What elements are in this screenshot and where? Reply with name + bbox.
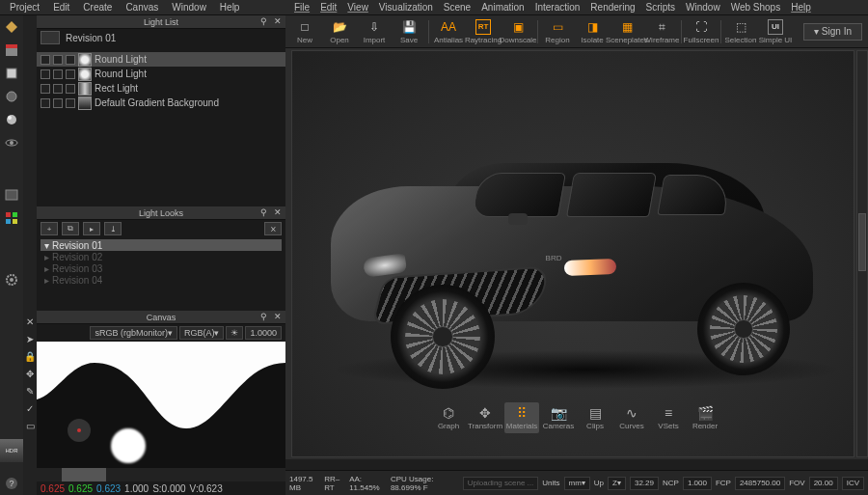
ncp-value[interactable]: 1.000 bbox=[683, 477, 712, 490]
menu-help-left[interactable]: Help bbox=[214, 2, 246, 13]
light-checkbox[interactable] bbox=[41, 98, 50, 108]
tb-raytracing-button[interactable]: RTRaytracing bbox=[466, 16, 501, 47]
light-item-1[interactable]: Round Light bbox=[37, 67, 285, 81]
tool-diamond-icon[interactable] bbox=[0, 15, 23, 39]
tool-hdr-icon[interactable]: HDR bbox=[0, 439, 23, 462]
gutter-check-icon[interactable]: ✓ bbox=[23, 401, 37, 415]
spinner-value[interactable]: 32.29 bbox=[630, 477, 659, 490]
menu-edit-left[interactable]: Edit bbox=[47, 2, 75, 13]
gutter-pen-icon[interactable]: ✎ bbox=[23, 384, 37, 398]
look-item-3[interactable]: ▸Revision 04 bbox=[41, 274, 282, 286]
tool-eye-icon[interactable] bbox=[0, 131, 23, 154]
tb-open-button[interactable]: 📂Open bbox=[322, 16, 357, 47]
tool-sphere-icon[interactable] bbox=[0, 108, 23, 131]
menu-visualization[interactable]: Visualization bbox=[374, 2, 438, 13]
gutter-rect-icon[interactable]: ▭ bbox=[23, 419, 37, 432]
vtb-curves-button[interactable]: ∿Curves bbox=[614, 402, 649, 433]
sun-icon[interactable]: ☀ bbox=[226, 326, 243, 340]
tb-region-button[interactable]: ▭Region bbox=[540, 16, 575, 47]
canvas-preview[interactable] bbox=[37, 342, 285, 468]
vtb-graph-button[interactable]: ⌬Graph bbox=[431, 402, 466, 433]
menu-webshops[interactable]: Web Shops bbox=[726, 2, 786, 13]
light-toggle-b[interactable] bbox=[66, 69, 75, 79]
scroll-thumb[interactable] bbox=[858, 213, 866, 271]
icv-button[interactable]: ICV bbox=[842, 477, 864, 490]
tb-antialias-button[interactable]: AAAntialias bbox=[431, 16, 466, 47]
light-toggle-a[interactable] bbox=[53, 98, 63, 108]
close-icon[interactable]: ✕ bbox=[274, 312, 284, 321]
vtb-clips-button[interactable]: ▤Clips bbox=[578, 402, 612, 433]
vtb-materials-button[interactable]: ⠿Materials bbox=[504, 402, 539, 433]
tb-isolate-button[interactable]: ◨Isolate bbox=[575, 16, 610, 47]
light-item-3[interactable]: Default Gradient Background bbox=[37, 96, 285, 110]
tb-save-button[interactable]: 💾Save bbox=[392, 16, 426, 47]
looks-dup-icon[interactable]: ⧉ bbox=[62, 222, 79, 235]
menu-file[interactable]: File bbox=[289, 2, 314, 13]
vtb-vsets-button[interactable]: ≡VSets bbox=[651, 402, 686, 433]
menu-window-left[interactable]: Window bbox=[166, 2, 212, 13]
tb-selection-button[interactable]: ⬚Selection bbox=[723, 16, 758, 47]
close-icon[interactable]: ✕ bbox=[274, 16, 284, 26]
fcp-value[interactable]: 2485750.00 bbox=[735, 477, 785, 490]
menu-scripts[interactable]: Scripts bbox=[641, 2, 681, 13]
tool-gear-icon[interactable] bbox=[0, 268, 23, 291]
tool-circle-icon[interactable] bbox=[0, 85, 23, 108]
sign-in-button[interactable]: ▾ Sign In bbox=[803, 23, 862, 41]
channels-dropdown[interactable]: RGB(A) ▾ bbox=[179, 326, 225, 340]
tb-downscale-button[interactable]: ▣Downscale bbox=[501, 16, 535, 47]
tool-cube-icon[interactable] bbox=[0, 62, 23, 85]
menu-interaction[interactable]: Interaction bbox=[530, 2, 585, 13]
tool-help-icon[interactable]: ? bbox=[0, 472, 23, 495]
menu-edit[interactable]: Edit bbox=[315, 2, 341, 13]
light-toggle-a[interactable] bbox=[53, 55, 63, 65]
light-checkbox[interactable] bbox=[41, 69, 50, 79]
exposure-value[interactable]: 1.0000 bbox=[245, 326, 282, 340]
gutter-lock-icon[interactable]: 🔒 bbox=[23, 349, 37, 363]
up-dropdown[interactable]: Z ▾ bbox=[608, 477, 626, 490]
look-item-1[interactable]: ▸Revision 02 bbox=[41, 251, 282, 262]
menu-window[interactable]: Window bbox=[681, 2, 725, 13]
light-toggle-b[interactable] bbox=[66, 84, 75, 94]
tb-import-button[interactable]: ⇩Import bbox=[357, 16, 392, 47]
tb-new-button[interactable]: □New bbox=[287, 16, 322, 47]
light-item-2[interactable]: Rect Light bbox=[37, 81, 285, 96]
menu-view[interactable]: View bbox=[342, 2, 373, 13]
colorspace-dropdown[interactable]: sRGB (rgbMonitor) ▾ bbox=[90, 326, 177, 340]
tool-swatch-icon[interactable] bbox=[0, 39, 23, 62]
looks-rt-icon[interactable]: ▸ bbox=[83, 222, 100, 235]
revision-row[interactable]: Revision 01 bbox=[37, 29, 285, 46]
tool-palette-icon[interactable] bbox=[0, 206, 23, 230]
canvas-timeline[interactable] bbox=[37, 468, 285, 481]
tool-image-icon[interactable] bbox=[0, 183, 23, 206]
tb-wireframe-button[interactable]: ⌗Wireframe bbox=[644, 16, 679, 47]
light-item-0[interactable]: Round Light bbox=[37, 52, 285, 67]
tb-sceneplates-button[interactable]: ▦Sceneplates bbox=[610, 16, 644, 47]
looks-rb-icon[interactable]: ⤓ bbox=[104, 222, 122, 235]
pin-icon[interactable]: ⚲ bbox=[260, 207, 270, 217]
pin-icon[interactable]: ⚲ bbox=[260, 16, 270, 26]
menu-canvas[interactable]: Canvas bbox=[120, 2, 164, 13]
menu-create[interactable]: Create bbox=[77, 2, 118, 13]
light-toggle-b[interactable] bbox=[66, 55, 75, 65]
light-toggle-a[interactable] bbox=[53, 84, 63, 94]
close-icon[interactable]: ✕ bbox=[274, 207, 284, 217]
gutter-collapse-icon[interactable]: ✕ bbox=[23, 315, 37, 328]
light-toggle-a[interactable] bbox=[53, 69, 63, 79]
gutter-move-icon[interactable]: ✥ bbox=[23, 367, 37, 380]
menu-project[interactable]: Project bbox=[4, 2, 45, 13]
menu-scene[interactable]: Scene bbox=[439, 2, 475, 13]
vtb-render-button[interactable]: 🎬Render bbox=[688, 402, 722, 433]
menu-help[interactable]: Help bbox=[786, 2, 816, 13]
vtb-cameras-button[interactable]: 📷Cameras bbox=[541, 402, 576, 433]
units-dropdown[interactable]: mm ▾ bbox=[564, 477, 590, 490]
viewport-canvas[interactable]: BRD bbox=[291, 50, 854, 457]
look-item-2[interactable]: ▸Revision 03 bbox=[41, 262, 282, 274]
looks-add-icon[interactable]: + bbox=[41, 222, 58, 235]
timeline-handle[interactable] bbox=[62, 468, 106, 481]
light-checkbox[interactable] bbox=[41, 84, 50, 94]
gutter-pointer-icon[interactable]: ➤ bbox=[23, 332, 37, 345]
vtb-transform-button[interactable]: ✥Transform bbox=[468, 402, 502, 433]
tb-fullscreen-button[interactable]: ⛶Fullscreen bbox=[684, 16, 719, 47]
light-checkbox[interactable] bbox=[41, 55, 50, 65]
tb-simpleui-button[interactable]: UISimple UI bbox=[758, 16, 793, 47]
